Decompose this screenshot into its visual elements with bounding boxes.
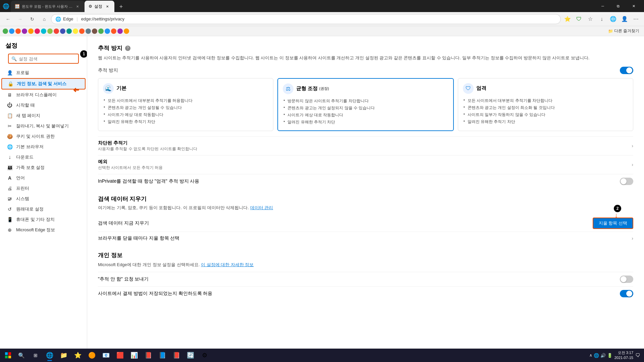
taskbar-app-orange[interactable]: 🟠 xyxy=(85,349,99,362)
sidebar-item-profile[interactable]: 👤 프로필 xyxy=(1,68,86,78)
downloads-label: 다운로드 xyxy=(16,154,34,160)
sidebar-item-startup[interactable]: ⏻ 시작할 때 xyxy=(1,100,86,110)
tab-close-2[interactable]: ✕ xyxy=(104,3,110,9)
taskbar-app-pinned1[interactable]: ⭐ xyxy=(71,349,85,362)
home-button[interactable]: ⌂ xyxy=(39,14,50,24)
tracking-info-icon[interactable]: ? xyxy=(125,46,130,51)
bookmark-dot-14[interactable] xyxy=(86,28,91,34)
payment-toggle[interactable] xyxy=(620,290,633,297)
minimize-button[interactable]: ─ xyxy=(595,0,610,12)
manage-data-link[interactable]: 데이터 관리 xyxy=(250,205,273,210)
bookmark-dot-8[interactable] xyxy=(47,28,53,34)
taskbar-app-word[interactable]: 📘 xyxy=(156,349,169,362)
taskbar-app-settings[interactable]: ⚙ xyxy=(198,349,211,362)
taskbar-app-ppt[interactable]: 📕 xyxy=(142,349,155,362)
restore-button[interactable]: ⧉ xyxy=(610,0,626,12)
personal-info-link[interactable]: 이 설정에 대한 자세한 정보 xyxy=(201,262,254,267)
settings-dots-icon[interactable]: ⋯ xyxy=(631,14,641,24)
tracking-card-balanced[interactable]: ⚖ 균형 조정 (권장) 방문하지 않은 사이트의 추적기를 차단합니다 콘텐츠… xyxy=(277,78,453,131)
taskbar-app-refresh[interactable]: 🔄 xyxy=(184,349,197,362)
bookmark-dot-13[interactable] xyxy=(79,28,85,34)
battery-icon[interactable]: 🔋 xyxy=(607,353,612,358)
bookmark-dot-11[interactable] xyxy=(66,28,72,34)
bookmark-dot-7[interactable] xyxy=(41,28,46,34)
clear-items-button[interactable]: 지울 항목 선택 xyxy=(593,218,633,229)
annotation-1: 1 xyxy=(80,50,87,58)
display-icon: 🖥 xyxy=(7,92,13,98)
privacy-label: 개인 정보, 검색 및 서비스 xyxy=(17,81,66,87)
bookmark-dot-19[interactable] xyxy=(117,28,123,34)
taskbar-app-mail[interactable]: 📧 xyxy=(99,349,113,362)
bookmark-dot-6[interactable] xyxy=(35,28,40,34)
bookmark-dot-4[interactable] xyxy=(22,28,27,34)
forward-button[interactable]: → xyxy=(15,14,25,24)
startup-icon: ⏻ xyxy=(7,102,13,108)
sidebar-search-box[interactable]: 🔍 xyxy=(8,54,79,64)
bookmark-dot-2[interactable] xyxy=(9,28,14,34)
network-icon[interactable]: 🌐 xyxy=(594,353,599,358)
taskbar-app-pdf[interactable]: 📕 xyxy=(170,349,183,362)
browser-feature-icon[interactable]: ⭐ xyxy=(562,14,573,24)
taskbar-app-taskview[interactable]: ⊞ xyxy=(29,349,42,362)
exceptions-row[interactable]: 예외 선택한 사이트에서 모든 추적기 허용 › xyxy=(98,155,633,174)
tab-inactive[interactable]: 🪟 윈도우 포럼 - 윈도우 사용자 모... ✕ xyxy=(11,1,85,12)
shield-icon[interactable]: 🛡 xyxy=(574,14,584,24)
address-bar[interactable]: 🌐 Edge | edge://settings/privacy xyxy=(51,14,561,24)
taskbar-app-explorer[interactable]: 📁 xyxy=(57,349,70,362)
blocked-trackers-row[interactable]: 차단된 추적기 사용자를 추적할 수 없도록 차단된 사이트를 확인합니다 › xyxy=(98,136,633,155)
sidebar-search-input[interactable] xyxy=(19,56,75,61)
bookmark-dot-18[interactable] xyxy=(111,28,116,34)
about-icon: ⊕ xyxy=(7,227,13,233)
tracking-card-strict[interactable]: 🛡 엄격 모든 사이트에서 대부분의 추적기를 차단합니다 콘텐츠와 광고는 개… xyxy=(458,78,633,131)
sidebar-item-family[interactable]: 👨‍👩‍👧 가족 보호 설정 xyxy=(1,163,86,173)
favorites-icon[interactable]: ☆ xyxy=(585,14,596,24)
close-button[interactable]: ✕ xyxy=(626,0,641,12)
download-icon[interactable]: ↓ xyxy=(596,14,607,24)
bookmark-dot-12[interactable] xyxy=(73,28,78,34)
sidebar-item-language[interactable]: A 언어 xyxy=(1,173,86,183)
bookmark-dot-15[interactable] xyxy=(92,28,97,34)
tracking-toggle[interactable] xyxy=(620,67,633,74)
notification-icon[interactable]: 🗨 xyxy=(635,353,640,358)
bookmark-dot-5[interactable] xyxy=(28,28,34,34)
dnt-toggle[interactable] xyxy=(620,276,633,283)
card-strict-item-2: 사이트의 일부가 작동하지 않을 수 있습니다 xyxy=(463,111,628,118)
chevron-icon[interactable]: ∧ xyxy=(589,353,592,358)
sidebar-item-mobile[interactable]: 📱 휴대폰 및 기타 장치 xyxy=(1,215,86,225)
taskbar-app-search[interactable]: 🔍 xyxy=(15,349,28,362)
sidebar-item-system[interactable]: 🖳 시스템 xyxy=(1,194,86,204)
close-clear-row[interactable]: 브라우저를 닫을 때마다 지울 항목 선택 › xyxy=(98,232,633,245)
new-tab-button[interactable]: + xyxy=(116,1,126,12)
tab-active[interactable]: ⚙ 설정 ✕ xyxy=(85,1,114,12)
bookmark-dot-17[interactable] xyxy=(105,28,110,34)
start-button[interactable] xyxy=(1,349,15,362)
bookmark-dot-1[interactable] xyxy=(3,28,8,34)
taskbar-app-red[interactable]: 🟥 xyxy=(113,349,127,362)
other-bookmarks[interactable]: 📁 다른 즐겨찾기 xyxy=(606,27,641,35)
sidebar-item-printer[interactable]: 🖨 프린터 xyxy=(1,183,86,193)
privacy-icon: 🔒 xyxy=(7,81,13,87)
date-time[interactable]: 오전 3:17 2021-07-15 xyxy=(614,350,633,361)
taskbar-app-excel[interactable]: 📊 xyxy=(127,349,141,362)
tab-close-1[interactable]: ✕ xyxy=(74,3,80,9)
sidebar-item-cookies[interactable]: 🍪 쿠키 및 사이트 권한 xyxy=(1,131,86,141)
taskbar-app-edge[interactable]: 🌐 xyxy=(43,349,56,362)
sidebar-item-reset[interactable]: ↺ 원래대로 설정 xyxy=(1,204,86,214)
account-icon[interactable]: 🌐 xyxy=(608,14,619,24)
back-button[interactable]: ← xyxy=(3,14,13,24)
bookmark-dot-10[interactable] xyxy=(60,28,65,34)
bookmark-dot-20[interactable] xyxy=(124,28,129,34)
sidebar-item-share[interactable]: ✂ 잘라내기, 복사 및 붙여넣기 xyxy=(1,121,86,131)
sidebar-item-default[interactable]: 🌐 기본 브라우저 xyxy=(1,142,86,152)
bookmark-dot-3[interactable] xyxy=(15,28,21,34)
sidebar-item-newtab[interactable]: 📋 새 탭 페이지 xyxy=(1,111,86,121)
user-profile-icon[interactable]: 👤 xyxy=(619,14,630,24)
sidebar-item-about[interactable]: ⊕ Microsoft Edge 정보 xyxy=(1,225,86,235)
bookmark-dot-16[interactable] xyxy=(98,28,104,34)
reload-button[interactable]: ↻ xyxy=(27,14,38,24)
inprivate-toggle[interactable] xyxy=(620,178,633,185)
tracking-card-basic[interactable]: 🌊 기본 모든 사이트에서 대부분의 추적기를 허용합니다 콘텐츠와 광고는 개… xyxy=(98,78,273,131)
sidebar-item-downloads[interactable]: ↓ 다운로드 xyxy=(1,152,86,162)
speaker-icon[interactable]: 🔊 xyxy=(600,353,606,358)
bookmark-dot-9[interactable] xyxy=(54,28,59,34)
